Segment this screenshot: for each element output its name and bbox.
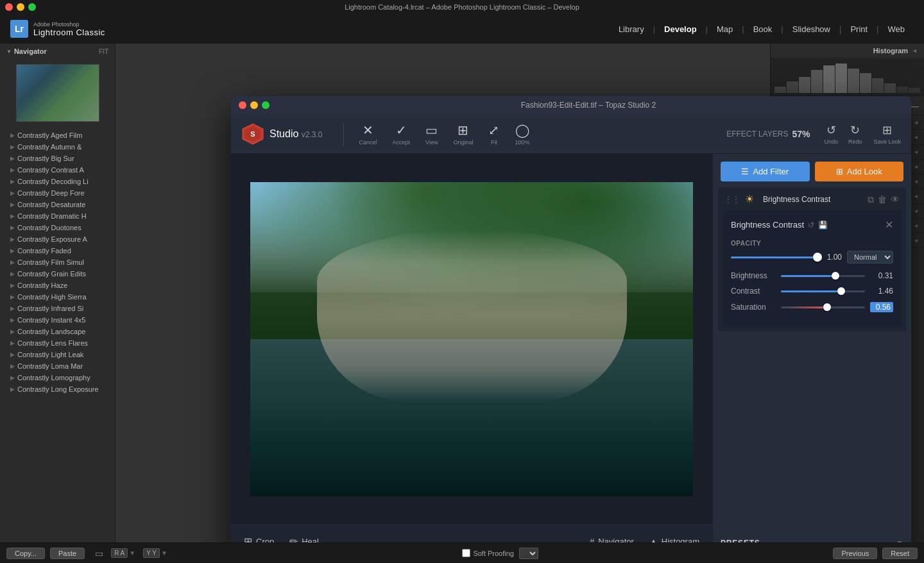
add-look-label: Add Look [847, 167, 882, 176]
saturation-slider[interactable] [781, 307, 865, 308]
redo-button[interactable]: ↻ Redo [844, 123, 866, 145]
list-item[interactable]: ▶ Contrastly Haze [0, 280, 115, 291]
list-item[interactable]: ▶ Contrastly Long Exposure [0, 383, 115, 395]
copy-button[interactable]: Copy... [6, 548, 45, 559]
save-look-button[interactable]: ⊞ Save Look [873, 123, 901, 145]
soft-proofing-label: Soft Proofing [473, 550, 514, 557]
view-size-buttons: Y Y ▼ [143, 548, 167, 558]
original-button[interactable]: ⊞ Original [445, 122, 481, 146]
histogram-button[interactable]: ▲ Histogram [649, 537, 699, 542]
brightness-slider-thumb[interactable] [832, 272, 839, 280]
lr-main: ▼ Navigator FIT ▶ Contrastly Aged Film ▶… [0, 44, 924, 542]
opacity-slider-thumb[interactable] [813, 253, 822, 262]
contrast-slider-thumb[interactable] [837, 287, 845, 295]
list-item[interactable]: ▶ Contrastly Loma Mar [0, 360, 115, 372]
list-item[interactable]: ▶ Contrastly Big Sur [0, 153, 115, 164]
list-item[interactable]: ▶ Contrastly Desaturate [0, 199, 115, 210]
size-button-1[interactable]: Y Y [143, 548, 160, 558]
split-toning-arrow-icon: ◄ [913, 164, 919, 170]
close-button[interactable] [5, 3, 13, 11]
soft-proofing-checkbox[interactable] [462, 549, 470, 557]
list-item[interactable]: ▶ Contrastly Aged Film [0, 130, 115, 141]
list-item[interactable]: ▶ Contrastly Lomography [0, 372, 115, 383]
filter-header[interactable]: ⋮⋮ ☀ Brightness Contrast ⧉ 🗑 👁 [718, 188, 906, 211]
reset-button[interactable]: Reset [882, 548, 918, 559]
histogram-arrow-icon: ◄ [912, 47, 918, 54]
topaz-minimize-button[interactable] [250, 101, 258, 109]
view-mode-rect[interactable]: ▭ [95, 548, 103, 559]
accept-button[interactable]: ✓ Accept [385, 122, 418, 146]
bc-close-button[interactable]: ✕ [885, 219, 893, 231]
nav-slideshow[interactable]: Slideshow [783, 14, 839, 44]
contrast-row: Contrast 1.46 [731, 287, 893, 296]
brightness-icon: ☀ [745, 193, 758, 206]
list-item[interactable]: ▶ Contrastly Film Simul [0, 256, 115, 268]
visibility-filter-button[interactable]: 👁 [891, 194, 900, 205]
bottom-select[interactable] [519, 548, 538, 559]
list-item[interactable]: ▶ Contrastly Decoding Li [0, 176, 115, 187]
saturation-slider-thumb[interactable] [823, 303, 831, 311]
heal-button[interactable]: ✏ Heal [289, 535, 319, 542]
nav-library[interactable]: Library [610, 14, 653, 44]
maximize-button[interactable] [28, 3, 36, 11]
redo-icon: ↻ [850, 123, 860, 137]
duplicate-filter-button[interactable]: ⧉ [868, 194, 874, 205]
save-icon[interactable]: 💾 [818, 221, 828, 230]
topaz-studio-label: Studio v2.3.0 [270, 128, 323, 140]
list-item[interactable]: ▶ Contrastly Infrared Si [0, 303, 115, 314]
topaz-close-button[interactable] [239, 101, 246, 109]
paste-button[interactable]: Paste [50, 548, 85, 559]
brightness-value: 0.31 [870, 271, 893, 280]
nav-web[interactable]: Web [879, 14, 914, 44]
opacity-slider[interactable] [731, 256, 817, 258]
opacity-value: 1.00 [823, 253, 842, 262]
lr-bottom-bar: Copy... Paste ▭ R A ▼ Y Y ▼ Soft Proofin… [0, 542, 924, 563]
contrast-slider[interactable] [781, 290, 865, 292]
reset-icon[interactable]: ↺ [808, 221, 814, 230]
format-button-1[interactable]: R A [111, 548, 128, 558]
fit-button[interactable]: ⤢ Fit [481, 122, 507, 146]
navigator-button[interactable]: # Navigator [590, 537, 634, 542]
list-item[interactable]: ▶ Contrastly Grain Edits [0, 268, 115, 280]
nav-print[interactable]: Print [841, 14, 877, 44]
bc-header-actions: ✕ [885, 219, 893, 231]
list-item[interactable]: ▶ Contrastly Faded [0, 245, 115, 256]
lr-logo-icon: Lr [10, 20, 28, 38]
hashtag-icon: # [590, 537, 594, 542]
list-item[interactable]: ▶ Contrastly Contrast A [0, 164, 115, 176]
cancel-button[interactable]: ✕ Cancel [352, 122, 385, 146]
title-bar: Lightroom Catalog-4.lrcat – Adobe Photos… [0, 0, 924, 14]
previous-button[interactable]: Previous [833, 548, 877, 559]
list-item[interactable]: ▶ Contrastly Landscape [0, 326, 115, 337]
blend-mode-select[interactable]: Normal Multiply Screen Overlay [847, 251, 893, 264]
add-look-button[interactable]: ⊞ Add Look [815, 162, 904, 181]
nav-map[interactable]: Map [708, 14, 742, 44]
crop-button[interactable]: ⊞ Crop [244, 535, 274, 542]
view-button[interactable]: ▭ View [418, 122, 445, 146]
undo-button[interactable]: ↺ Undo [820, 123, 842, 145]
list-item[interactable]: ▶ Contrastly Light Leak [0, 349, 115, 360]
opacity-row: OPACITY 1.00 Normal [731, 240, 893, 264]
list-item[interactable]: ▶ Contrastly Duotones [0, 222, 115, 233]
presets-header[interactable]: PRESETS ▼ [718, 534, 906, 542]
list-item[interactable]: ▶ Contrastly Autumn & [0, 141, 115, 153]
list-item[interactable]: ▶ Contrastly Exposure A [0, 233, 115, 245]
list-item[interactable]: ▶ Contrastly High Sierra [0, 291, 115, 303]
zoom-button[interactable]: ◯ 100% [507, 122, 537, 146]
lr-center: Fashion93-Edit-Edit.tif – Topaz Studio 2… [116, 44, 770, 542]
save-look-icon: ⊞ [882, 123, 892, 137]
histogram-icon: ▲ [649, 537, 658, 542]
nav-book[interactable]: Book [744, 14, 782, 44]
saturation-value[interactable]: 0.56 [870, 302, 893, 312]
brightness-slider[interactable] [781, 275, 865, 277]
list-item[interactable]: ▶ Contrastly Dramatic H [0, 210, 115, 222]
delete-filter-button[interactable]: 🗑 [878, 194, 887, 205]
list-item[interactable]: ▶ Contrastly Instant 4x5 [0, 314, 115, 326]
nav-develop[interactable]: Develop [655, 14, 706, 44]
minimize-button[interactable] [17, 3, 24, 11]
list-item[interactable]: ▶ Contrastly Deep Fore [0, 187, 115, 199]
topaz-maximize-button[interactable] [262, 101, 270, 109]
heal-icon: ✏ [289, 535, 298, 542]
add-filter-button[interactable]: ☰ Add Filter [721, 162, 810, 181]
list-item[interactable]: ▶ Contrastly Lens Flares [0, 337, 115, 349]
